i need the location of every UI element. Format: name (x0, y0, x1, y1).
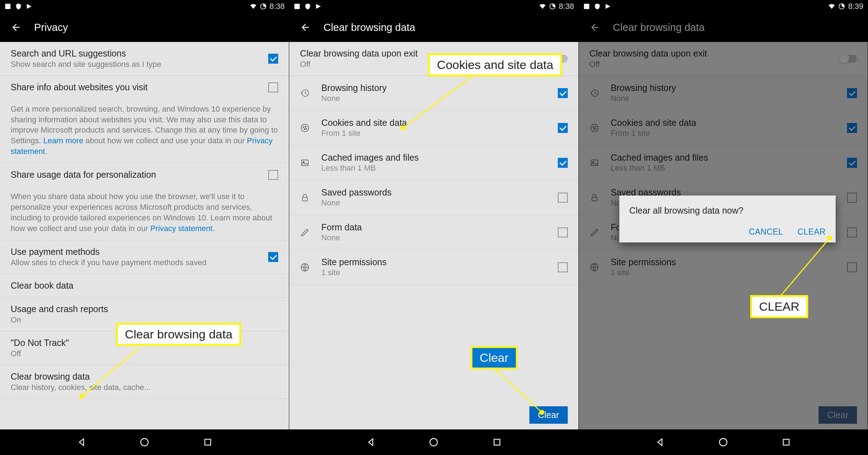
svg-point-18 (430, 439, 438, 446)
callout-clear-browsing-data: Clear browsing data (116, 323, 241, 346)
data-row[interactable]: Cached images and filesLess than 1 MB (289, 145, 578, 180)
battery-icon (549, 3, 556, 10)
android-nav-bar (0, 429, 289, 455)
wifi-icon (539, 3, 546, 10)
checkbox[interactable] (558, 228, 568, 237)
image-icon (293, 3, 301, 10)
callout-clear-dialog: CLEAR (750, 295, 808, 318)
callout-cookies: Cookies and site data (428, 53, 562, 76)
svg-point-13 (306, 128, 307, 129)
data-row[interactable]: Cookies and site dataFrom 1 site (289, 111, 578, 145)
svg-point-9 (301, 124, 309, 132)
checkbox[interactable] (558, 123, 568, 133)
wifi-icon (250, 3, 257, 10)
row-sub: None (321, 233, 546, 242)
dialog-clear-button[interactable]: CLEAR (798, 227, 826, 237)
status-bar: 8:38 (289, 0, 578, 13)
setting-sub: Clear history, cookies, site data, cache… (11, 383, 278, 392)
setting-share-usage[interactable]: Share usage data for personalization (0, 163, 289, 186)
svg-point-36 (719, 439, 727, 446)
nav-back-icon[interactable] (366, 437, 376, 447)
checkbox[interactable] (268, 54, 278, 64)
svg-rect-16 (302, 197, 307, 201)
setting-title: Share usage data for personalization (11, 170, 261, 180)
page-title: Clear browsing data (323, 22, 415, 33)
setting-share-info[interactable]: Share info about websites you visit (0, 76, 289, 99)
setting-title: Use payment methods (11, 247, 261, 257)
nav-home-icon[interactable] (429, 437, 439, 447)
svg-point-11 (305, 126, 306, 127)
back-icon[interactable] (300, 22, 311, 33)
data-row[interactable]: Site permissions1 site (289, 250, 578, 285)
privacy-statement-link[interactable]: Privacy statement (150, 224, 213, 233)
setting-sub: Off (11, 349, 278, 358)
wifi-icon (828, 3, 835, 10)
setting-title: Clear book data (11, 280, 278, 291)
app-header: Clear browsing data (289, 13, 578, 42)
checkbox[interactable] (558, 262, 568, 272)
row-title: Form data (321, 222, 546, 232)
svg-point-12 (304, 129, 305, 130)
setting-clear-browsing-data[interactable]: Clear browsing data Clear history, cooki… (0, 365, 289, 399)
callout-clear: Clear (471, 346, 517, 369)
learn-more-link[interactable]: Learn more (43, 136, 84, 145)
status-bar: 8:39 (579, 0, 868, 13)
page-title: Privacy (34, 22, 68, 33)
checkbox[interactable] (268, 82, 278, 92)
screen-clear-browsing-data: 8:38 Clear browsing data Clear browsing … (289, 0, 578, 455)
cookie-icon (300, 123, 310, 133)
checkbox[interactable] (558, 193, 568, 203)
nav-home-icon[interactable] (718, 437, 728, 447)
setting-title: Share info about websites you visit (11, 82, 261, 92)
globe-icon (300, 262, 310, 272)
lock-icon (300, 193, 310, 203)
svg-rect-19 (494, 439, 500, 445)
setting-payment-methods[interactable]: Use payment methods Allow sites to check… (0, 240, 289, 274)
back-icon[interactable] (11, 22, 21, 33)
svg-rect-37 (783, 439, 789, 445)
play-icon (26, 3, 33, 10)
clock: 8:38 (270, 2, 285, 11)
row-title: Cookies and site data (321, 118, 546, 128)
checkbox[interactable] (558, 158, 568, 168)
setting-clear-book-data[interactable]: Clear book data (0, 274, 289, 298)
row-title: Browsing history (321, 83, 546, 93)
svg-rect-24 (584, 4, 589, 9)
dialog-message: Clear all browsing data now? (629, 205, 826, 216)
row-sub: From 1 site (321, 129, 546, 138)
data-row[interactable]: Browsing historyNone (289, 76, 578, 111)
status-bar: 8:38 (0, 0, 289, 13)
clear-button[interactable]: Clear (529, 406, 568, 424)
battery-icon (260, 3, 267, 10)
pencil-icon (300, 228, 310, 237)
data-row[interactable]: Saved passwordsNone (289, 180, 578, 215)
nav-back-icon[interactable] (76, 437, 86, 447)
nav-recent-icon[interactable] (492, 437, 502, 447)
shield-icon (594, 3, 601, 10)
setting-search-suggestions[interactable]: Search and URL suggestions Show search a… (0, 42, 289, 76)
clock: 8:38 (559, 2, 574, 11)
dialog-cancel-button[interactable]: CANCEL (749, 227, 783, 237)
svg-rect-3 (205, 439, 210, 445)
checkbox[interactable] (558, 88, 568, 98)
battery-icon (838, 3, 845, 10)
nav-recent-icon[interactable] (203, 437, 213, 447)
row-sub: Less than 1 MB (321, 164, 546, 173)
checkbox[interactable] (268, 252, 278, 262)
checkbox[interactable] (268, 170, 278, 180)
play-icon (315, 3, 322, 10)
nav-home-icon[interactable] (139, 437, 149, 447)
nav-recent-icon[interactable] (781, 437, 791, 447)
nav-back-icon[interactable] (655, 437, 665, 447)
setting-title: Usage and crash reports (11, 304, 278, 314)
image-icon (583, 3, 590, 10)
image-icon (300, 158, 310, 168)
android-nav-bar (289, 429, 578, 455)
row-sub: None (321, 198, 546, 208)
setting-sub: Show search and site suggestions as I ty… (11, 60, 261, 69)
data-row[interactable]: Form dataNone (289, 215, 578, 250)
svg-rect-14 (302, 160, 308, 165)
svg-point-10 (303, 127, 304, 128)
setting-title: Clear browsing data (11, 371, 278, 382)
shield-icon (15, 3, 22, 10)
